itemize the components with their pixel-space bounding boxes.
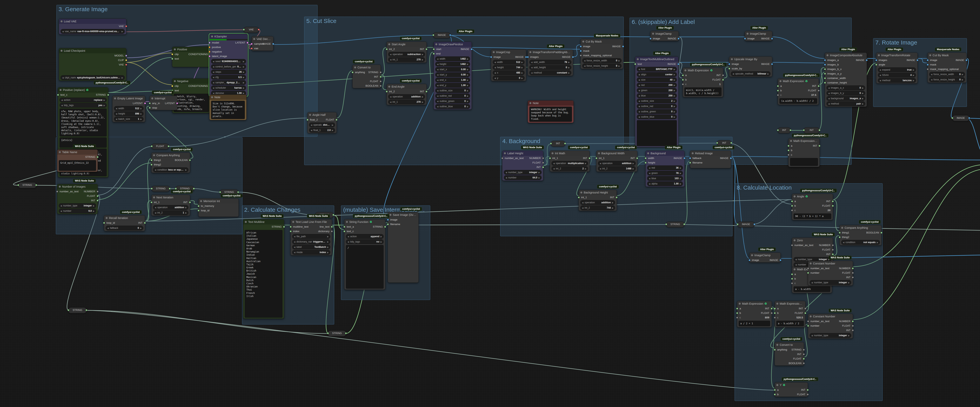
widget-prev-icon[interactable]: ◀ (553, 162, 555, 164)
widget-method[interactable]: ◀methodlanczos▶ (878, 78, 916, 83)
output-port[interactable] (968, 117, 970, 119)
widget-number_type[interactable]: ◀number_typeinteger▶ (59, 203, 96, 208)
widget-number[interactable]: ◀number9.0▶ (59, 208, 96, 213)
input-port-loop_id[interactable] (103, 222, 105, 224)
y-expression-0[interactable]: Y♻aINTbFLOAT (775, 382, 808, 397)
widget-float_1[interactable]: ◀float_12.0▶ (309, 128, 335, 132)
collapse-dot-icon[interactable] (827, 54, 829, 56)
input-port-int_2[interactable] (386, 48, 388, 50)
output-port-IMAGE[interactable] (684, 157, 686, 159)
widget-prev-icon[interactable]: ◀ (154, 212, 156, 214)
input-port-images[interactable] (527, 56, 529, 58)
widget-add_height[interactable]: ◀add_height0▶ (530, 65, 571, 70)
widget-int_1[interactable]: ◀int_1270▶ (388, 100, 425, 104)
widget-red[interactable]: ◀red200▶ (637, 83, 677, 87)
input-port-clip[interactable] (171, 85, 173, 87)
input-port-mask[interactable] (580, 50, 582, 52)
output-port[interactable] (86, 309, 88, 311)
input-port-image[interactable] (744, 38, 746, 40)
output-port-IMAGE[interactable] (966, 59, 967, 61)
cut-by-mask-1[interactable]: Cut By MaskimageIMAGEmaskmask_mapping_op… (581, 39, 623, 69)
widget-scheduler[interactable]: ◀schedulerkarras▶ (211, 86, 246, 90)
output-port-IMAGE[interactable] (771, 63, 773, 65)
output-port-BOOLEAN[interactable] (380, 85, 382, 87)
widget-next-icon[interactable]: ▶ (140, 118, 142, 120)
input-port-c[interactable] (777, 94, 779, 96)
input-port-images_b_x[interactable] (824, 68, 826, 70)
widget-prev-icon[interactable]: ◀ (154, 207, 156, 208)
vae-decode[interactable]: VAE DecodesamplesIMAGEvae (251, 36, 274, 51)
widget-next-icon[interactable]: ▶ (327, 251, 329, 253)
output-port-NUMBER[interactable] (97, 191, 99, 192)
math-expression-aux[interactable]: Math Expression♻aINTbc (788, 138, 820, 167)
widget-prev-icon[interactable]: ◀ (213, 92, 214, 94)
input-port-int_1[interactable] (578, 196, 580, 199)
output-port[interactable] (167, 145, 170, 147)
node-title[interactable]: Constant Number (808, 261, 853, 266)
collapse-dot-icon[interactable] (292, 221, 294, 223)
widget-next-icon[interactable]: ▶ (422, 96, 423, 98)
input-port-width[interactable] (644, 157, 647, 159)
output-port[interactable] (169, 188, 171, 189)
widget-next-icon[interactable]: ▶ (680, 183, 681, 185)
text-box[interactable] (790, 158, 818, 166)
empty-latent-image[interactable]: Empty Latent ImageLATENT◀width512▶◀heigh… (112, 96, 145, 122)
widget-next-icon[interactable]: ▶ (185, 207, 187, 208)
widget-next-icon[interactable]: ▶ (93, 210, 94, 212)
output-port[interactable] (237, 191, 239, 193)
widget-prev-icon[interactable]: ◀ (437, 105, 439, 108)
widget-next-icon[interactable]: ▶ (862, 97, 864, 100)
output-port-INT[interactable] (589, 157, 590, 159)
math-expression-809[interactable]: Math Expression♻aINTbFLOATc809a / 2 + 1 (737, 301, 772, 328)
widget-tidy_tags[interactable]: ◀tidy_tagsno▶ (346, 239, 383, 244)
collapse-dot-icon[interactable] (211, 96, 213, 98)
input-port[interactable] (665, 223, 667, 225)
output-port-IMAGE[interactable] (730, 157, 732, 159)
image-transform-rotate[interactable]: ImageTransformRotateimagesIMAGEangle◀exp… (876, 52, 918, 84)
output-port-dictionary[interactable] (331, 231, 333, 232)
widget-next-icon[interactable]: ▶ (913, 69, 914, 71)
collapse-dot-icon[interactable] (810, 315, 811, 317)
widget-prev-icon[interactable]: ◀ (638, 105, 640, 107)
compare-anything-1[interactable]: Compare Anythingthing1BOOLEANthing2◀cond… (151, 153, 190, 173)
collapse-dot-icon[interactable] (151, 97, 153, 99)
input-port-fallback[interactable] (689, 157, 691, 159)
text-box[interactable]: sketch, blurry, cartoon, cgi, render, il… (174, 94, 209, 112)
output-port-FLOAT[interactable] (852, 272, 854, 274)
input-port-float_2[interactable] (307, 119, 309, 121)
collapse-dot-icon[interactable] (637, 58, 639, 60)
input-port-images_a_y[interactable] (824, 73, 826, 75)
collapse-dot-icon[interactable] (114, 97, 116, 99)
node-title[interactable]: ImageCompositeAbsolute (825, 53, 867, 58)
input-port-a[interactable] (736, 308, 738, 310)
widget-mode[interactable]: ◀modeindex▶ (292, 250, 330, 255)
reroute-int[interactable]: INT (803, 127, 820, 133)
widget-prev-icon[interactable]: ◀ (732, 73, 734, 75)
image-clamp-2[interactable]: ImageClampimageIMAGE (745, 31, 772, 41)
output-port[interactable] (193, 188, 195, 189)
widget-end_y[interactable]: ◀end_y1.00▶ (435, 83, 470, 87)
widget-prev-icon[interactable]: ◀ (311, 129, 312, 131)
node-title[interactable]: Background Height (579, 190, 617, 195)
background-node[interactable]: BackgroundwidthIMAGEheight◀red36▶◀green7… (646, 151, 685, 187)
widget-prev-icon[interactable]: ◀ (213, 71, 214, 73)
widget-next-icon[interactable]: ▶ (327, 246, 329, 248)
widget-next-icon[interactable]: ▶ (568, 61, 570, 63)
widget-next-icon[interactable]: ▶ (332, 129, 333, 131)
output-port-STRING[interactable] (97, 156, 99, 158)
label-height[interactable]: Label Heightnumber_as_textNUMBERFLOATINT… (502, 151, 543, 181)
widget-next-icon[interactable]: ▶ (680, 177, 681, 180)
widget-outline_blue[interactable]: ◀outline_blue0▶ (435, 104, 470, 109)
widget-images_b_y[interactable]: ◀images_b_y0▶ (827, 91, 865, 95)
widget-prev-icon[interactable]: ◀ (294, 246, 295, 248)
node-title[interactable]: Negative (172, 79, 210, 84)
node-title[interactable]: Compare Anything (840, 225, 881, 231)
output-port-STRING[interactable] (107, 94, 109, 96)
input-port-text[interactable] (634, 63, 636, 65)
output-port-VAE[interactable] (125, 25, 127, 27)
input-port-number[interactable] (807, 272, 809, 274)
output-port-FLOAT[interactable] (97, 195, 99, 197)
text-box[interactable]: (a.width - b.width) / 2 (780, 98, 817, 104)
widget-operation[interactable]: ◀operationmultiplication▶ (552, 161, 588, 166)
widget-next-icon[interactable]: ▶ (674, 100, 675, 102)
